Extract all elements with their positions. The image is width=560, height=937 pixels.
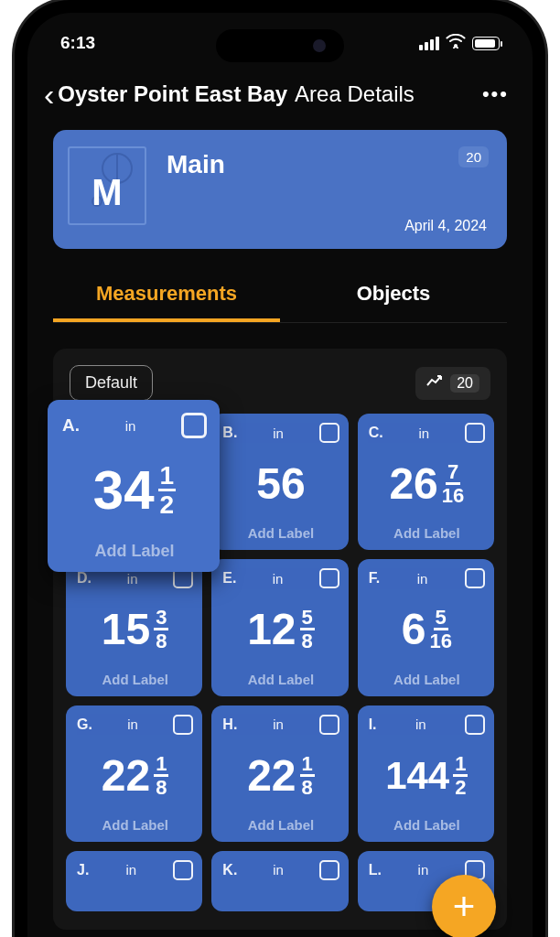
measurement-letter: B. — [222, 425, 237, 441]
measurement-card-g[interactable]: G. in 22 18 Add Label — [66, 705, 202, 842]
measurement-unit: in — [127, 571, 138, 587]
measurement-letter: A. — [62, 415, 80, 436]
measurement-unit: in — [418, 425, 429, 441]
measurement-unit: in — [273, 425, 284, 441]
tab-objects[interactable]: Objects — [280, 269, 507, 322]
measurement-card-b[interactable]: B. in 56 Add Label — [211, 414, 348, 550]
default-filter-button[interactable]: Default — [70, 365, 153, 401]
measurement-checkbox[interactable] — [465, 568, 485, 588]
area-name: Main — [167, 150, 489, 179]
measurement-unit: in — [415, 716, 426, 732]
measurement-card-e[interactable]: E. in 12 58 Add Label — [211, 559, 348, 695]
area-date: April 4, 2024 — [404, 218, 487, 234]
measurement-checkbox[interactable] — [181, 413, 207, 438]
add-label-button[interactable]: Add Label — [369, 672, 485, 689]
area-count-badge: 20 — [458, 146, 489, 167]
add-label-button[interactable]: Add Label — [77, 817, 193, 835]
measurement-letter: C. — [369, 425, 383, 441]
area-card[interactable]: M Main 20 April 4, 2024 — [53, 130, 507, 249]
measurement-whole: 22 — [247, 754, 296, 798]
measurement-checkbox[interactable] — [319, 715, 339, 735]
measurement-unit: in — [125, 862, 136, 878]
measurement-letter: H. — [222, 716, 237, 733]
measurement-unit: in — [273, 862, 284, 878]
add-label-button[interactable]: Add Label — [77, 672, 193, 689]
measurement-card-h[interactable]: H. in 22 18 Add Label — [211, 705, 348, 842]
measurement-unit: in — [273, 716, 284, 732]
add-measurement-fab[interactable]: + — [432, 875, 496, 937]
tab-bar: Measurements Objects — [53, 269, 507, 323]
measurement-whole: 56 — [256, 462, 305, 506]
page-title: Area Details — [295, 81, 482, 107]
add-label-button[interactable]: Add Label — [222, 817, 339, 835]
measurement-unit: in — [417, 571, 428, 587]
measurement-card-d[interactable]: D. in 15 38 Add Label — [66, 559, 202, 695]
add-label-button[interactable]: Add Label — [222, 525, 339, 543]
measurement-whole: 15 — [102, 608, 150, 652]
measurement-card-a[interactable]: A. in 34 1 2 Add Label — [48, 400, 220, 572]
area-initial: M — [92, 172, 122, 213]
measurement-unit: in — [125, 418, 136, 434]
add-label-button[interactable]: Add Label — [369, 817, 485, 835]
measurement-letter: J. — [77, 862, 89, 878]
measurements-panel: Default 20 A. in 34 1 — [53, 349, 507, 930]
measurement-card-k[interactable]: K. in — [211, 851, 348, 911]
wifi-icon — [446, 33, 466, 53]
stats-count: 20 — [450, 374, 479, 393]
tab-measurements[interactable]: Measurements — [53, 269, 280, 322]
battery-icon — [472, 37, 500, 50]
more-menu-button[interactable]: ••• — [482, 82, 514, 106]
measurement-fraction: 1 2 — [158, 463, 177, 518]
dynamic-island — [216, 29, 344, 62]
measurement-checkbox[interactable] — [173, 860, 193, 880]
measurement-whole: 12 — [247, 608, 296, 652]
nav-bar: ‹ Oyster Point East Bay Area Details ••• — [27, 64, 533, 123]
measurement-checkbox[interactable] — [465, 715, 485, 735]
measurement-unit: in — [273, 571, 284, 587]
chart-icon — [426, 374, 443, 393]
nav-back-title[interactable]: Oyster Point East Bay — [58, 81, 287, 107]
measurement-whole: 144 — [385, 757, 449, 795]
add-label-button[interactable]: Add Label — [62, 542, 207, 563]
measurement-card-c[interactable]: C. in 26 716 Add Label — [358, 414, 494, 550]
measurement-whole: 34 — [93, 463, 155, 518]
measurement-letter: L. — [369, 862, 382, 878]
add-label-button[interactable]: Add Label — [369, 525, 485, 543]
measurement-whole: 6 — [402, 608, 426, 652]
measurement-unit: in — [418, 862, 429, 878]
add-label-button[interactable]: Add Label — [222, 672, 339, 689]
measurement-letter: I. — [369, 716, 377, 733]
measurement-checkbox[interactable] — [319, 423, 339, 443]
svg-point-0 — [454, 44, 458, 48]
measurement-checkbox[interactable] — [465, 423, 485, 443]
measurement-unit: in — [127, 716, 138, 732]
measurement-checkbox[interactable] — [319, 568, 339, 588]
measurement-letter: G. — [77, 716, 92, 733]
status-time: 6:13 — [60, 33, 95, 53]
measurement-whole: 22 — [102, 754, 150, 798]
measurement-card-j[interactable]: J. in — [66, 851, 202, 911]
measurement-letter: D. — [77, 570, 92, 587]
cellular-icon — [419, 37, 439, 50]
measurement-checkbox[interactable] — [319, 860, 339, 880]
stats-button[interactable]: 20 — [415, 367, 490, 400]
measurement-letter: F. — [369, 570, 380, 587]
measurement-letter: K. — [222, 862, 237, 878]
measurement-checkbox[interactable] — [173, 715, 193, 735]
measurement-card-f[interactable]: F. in 6 516 Add Label — [358, 559, 494, 695]
back-button[interactable]: ‹ — [37, 79, 58, 110]
measurement-card-i[interactable]: I. in 144 12 Add Label — [358, 705, 494, 842]
area-thumbnail: M — [68, 146, 146, 225]
measurement-letter: E. — [222, 570, 236, 587]
measurement-whole: 26 — [389, 462, 437, 506]
